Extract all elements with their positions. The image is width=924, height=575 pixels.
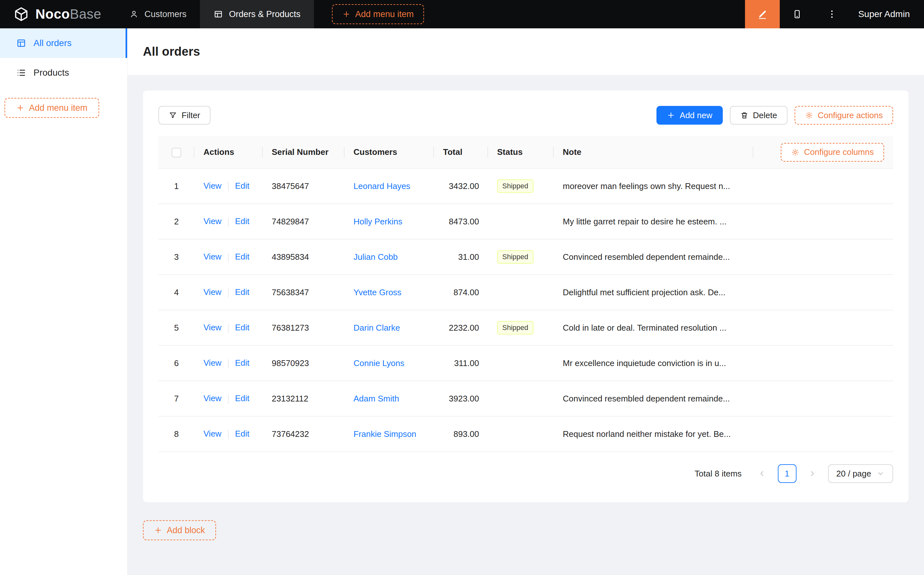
edit-link[interactable]: Edit [235, 429, 249, 438]
edit-link[interactable]: Edit [235, 394, 249, 403]
customer-link[interactable]: Yvette Gross [354, 288, 402, 297]
more-actions-button[interactable] [814, 0, 849, 28]
status-badge: Shipped [497, 321, 533, 335]
user-menu[interactable]: Super Admin [849, 0, 924, 28]
add-new-button[interactable]: Add new [656, 106, 722, 125]
user-name: Super Admin [858, 9, 910, 19]
customer-link[interactable]: Darin Clarke [354, 323, 400, 333]
customer-link[interactable]: Leonard Hayes [354, 181, 410, 191]
column-header-note: Note [554, 136, 753, 168]
serial-cell: 76381273 [263, 310, 345, 345]
plus-icon [154, 526, 162, 534]
sidebar-item-products[interactable]: Products [0, 58, 127, 87]
funnel-icon [169, 111, 177, 119]
orders-table: Actions Serial Number Customers Total St… [159, 136, 893, 452]
pagination-next-button[interactable] [803, 464, 822, 483]
filter-button[interactable]: Filter [159, 106, 211, 125]
brand-text: NocoBase [35, 6, 102, 22]
column-header-serial: Serial Number [263, 136, 345, 168]
column-header-customers: Customers [345, 136, 434, 168]
view-link[interactable]: View [203, 358, 222, 368]
list-icon [16, 68, 26, 78]
view-link[interactable]: View [203, 322, 222, 332]
customer-link[interactable]: Julian Cobb [354, 252, 398, 262]
note-cell: Request norland neither mistake for yet.… [554, 416, 753, 452]
edit-link[interactable]: Edit [235, 181, 249, 191]
nav-item-customers[interactable]: Customers [116, 0, 200, 28]
nav-item-label: Orders & Products [229, 10, 300, 19]
table-row: 7 ViewEdit 23132112 Adam Smith 3923.00 C… [159, 381, 893, 416]
nocobase-logo[interactable]: NocoBase [0, 0, 116, 28]
select-all-checkbox[interactable] [171, 148, 181, 157]
note-cell: Cold in late or deal. Terminated resolut… [554, 310, 753, 345]
table-toolbar: Filter Add new De [159, 106, 893, 125]
page-size-select[interactable]: 20 / page [828, 464, 893, 483]
sidebar: All orders Products Add menu item [0, 28, 127, 575]
note-cell: moreover man feelings own shy. Request n… [554, 168, 753, 204]
serial-cell: 43895834 [263, 239, 345, 275]
nav-item-label: Customers [144, 10, 187, 19]
customer-link[interactable]: Holly Perkins [354, 217, 402, 226]
note-cell: Mr excellence inquietude conviction is i… [554, 345, 753, 381]
note-cell: Convinced resembled dependent remainde..… [554, 381, 753, 416]
table-row: 6 ViewEdit 98570923 Connie Lyons 311.00 … [159, 345, 893, 381]
table-row: 3 ViewEdit 43895834 Julian Cobb 31.00 Sh… [159, 239, 893, 275]
ui-editor-button[interactable] [745, 0, 780, 28]
sidebar-add-menu-item-button[interactable]: Add menu item [5, 98, 99, 118]
configure-columns-button[interactable]: Configure columns [781, 143, 884, 162]
row-index: 5 [159, 310, 194, 345]
customer-link[interactable]: Frankie Simpson [354, 429, 416, 439]
total-cell: 31.00 [434, 239, 488, 275]
row-index: 4 [159, 275, 194, 310]
highlighter-icon [757, 8, 768, 20]
divider [228, 395, 229, 404]
users-icon [129, 10, 139, 19]
add-block-label: Add block [167, 526, 205, 535]
total-cell: 874.00 [434, 275, 488, 310]
page-header: All orders [127, 28, 924, 75]
pagination-prev-button[interactable] [753, 464, 772, 483]
edit-link[interactable]: Edit [235, 287, 249, 297]
nocobase-cube-icon [13, 6, 30, 22]
customer-link[interactable]: Connie Lyons [354, 358, 404, 368]
delete-button[interactable]: Delete [730, 106, 787, 125]
divider [228, 324, 229, 333]
plus-icon [342, 10, 351, 18]
top-navbar: NocoBase Customers Orders & Products Add… [0, 0, 924, 28]
total-cell: 8473.00 [434, 204, 488, 239]
pagination: Total 8 items 1 20 / page [159, 464, 893, 483]
navbar-add-menu-item-label: Add menu item [355, 10, 414, 19]
nav-item-orders-products[interactable]: Orders & Products [200, 0, 314, 28]
view-link[interactable]: View [203, 394, 222, 403]
sidebar-item-all-orders[interactable]: All orders [0, 28, 127, 58]
view-link[interactable]: View [203, 287, 222, 297]
navbar-add-menu-item-button[interactable]: Add menu item [332, 4, 424, 24]
view-link[interactable]: View [203, 252, 222, 261]
status-badge: Shipped [497, 250, 533, 264]
table-row: 1 ViewEdit 38475647 Leonard Hayes 3432.0… [159, 168, 893, 204]
mobile-view-button[interactable] [780, 0, 814, 28]
delete-label: Delete [753, 110, 777, 121]
customer-link[interactable]: Adam Smith [354, 394, 399, 403]
edit-link[interactable]: Edit [235, 252, 249, 261]
edit-link[interactable]: Edit [235, 358, 249, 368]
orders-table-card: Filter Add new De [143, 91, 908, 502]
view-link[interactable]: View [203, 181, 222, 191]
gear-icon [805, 111, 813, 119]
row-index: 3 [159, 239, 194, 275]
edit-link[interactable]: Edit [235, 322, 249, 332]
status-badge: Shipped [497, 179, 533, 193]
row-index: 6 [159, 345, 194, 381]
table-icon [16, 38, 26, 48]
row-index: 8 [159, 416, 194, 452]
add-block-button[interactable]: Add block [143, 520, 216, 540]
view-link[interactable]: View [203, 216, 222, 226]
edit-link[interactable]: Edit [235, 216, 249, 226]
configure-columns-label: Configure columns [804, 147, 874, 157]
total-cell: 3923.00 [434, 381, 488, 416]
divider [228, 182, 229, 191]
view-link[interactable]: View [203, 429, 222, 438]
navbar-right: Super Admin [745, 0, 924, 28]
pagination-page-1[interactable]: 1 [778, 464, 797, 483]
configure-actions-button[interactable]: Configure actions [795, 106, 893, 125]
